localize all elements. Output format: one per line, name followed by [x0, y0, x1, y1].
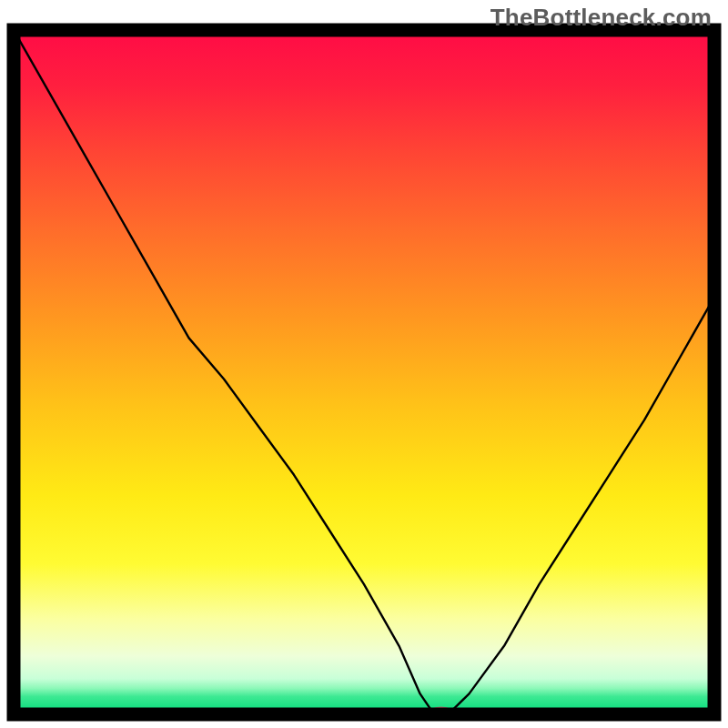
background-gradient	[14, 30, 714, 714]
bottleneck-chart	[0, 0, 728, 728]
chart-container: TheBottleneck.com	[0, 0, 728, 728]
watermark-text: TheBottleneck.com	[490, 4, 712, 32]
